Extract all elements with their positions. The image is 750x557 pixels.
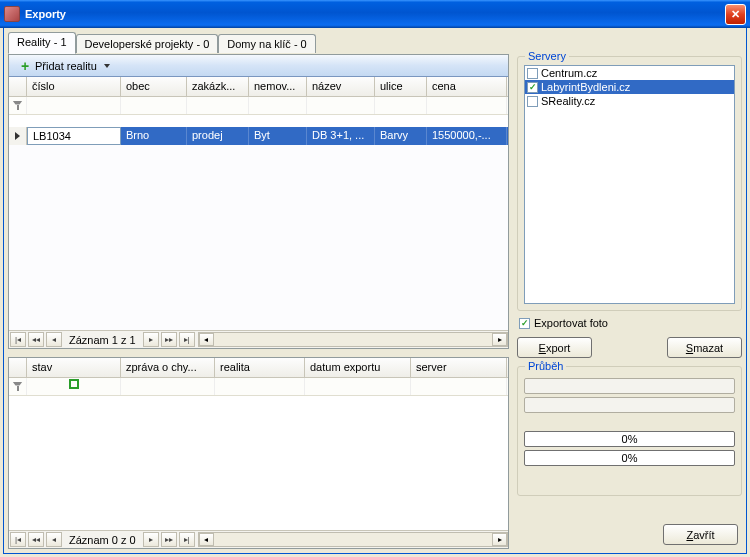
col-ulice[interactable]: ulice [375,77,427,96]
col-server[interactable]: server [411,358,507,377]
server-label: LabyrintBydleni.cz [541,81,630,93]
close-icon: ✕ [731,8,740,21]
plus-icon [19,60,31,72]
col-obec[interactable]: obec [121,77,187,96]
checkbox[interactable] [527,68,538,79]
col-stav[interactable]: stav [27,358,121,377]
tab-reality[interactable]: Reality - 1 [8,32,76,54]
action-buttons: Export Smazat [517,337,742,358]
nav-prevpage-button[interactable]: ◂◂ [28,332,44,347]
server-label: SReality.cz [541,95,595,107]
log-grid-body [9,396,508,530]
reality-grid: Přidat realitu číslo obec zakázk... nemo… [8,54,509,349]
nav-last-button[interactable]: ▸| [179,532,195,547]
checkbox-checked[interactable] [527,82,538,93]
left-panel: Přidat realitu číslo obec zakázk... nemo… [8,54,509,549]
cell-obec: Brno [121,127,187,145]
progress-bar-2 [524,397,735,413]
server-label: Centrum.cz [541,67,597,79]
nav-next-button[interactable]: ▸ [143,332,159,347]
progress-legend: Průběh [525,360,566,372]
server-item-centrum[interactable]: Centrum.cz [525,66,734,80]
nav-nextpage-button[interactable]: ▸▸ [161,532,177,547]
export-foto-label: Exportovat foto [534,317,608,329]
nav-position: Záznam 0 z 0 [63,534,142,546]
tab-developerske[interactable]: Developerské projekty - 0 [76,34,219,53]
filter-cell[interactable] [27,97,121,114]
horizontal-scrollbar[interactable]: ◂ ▸ [198,532,508,547]
log-grid-navigator: |◂ ◂◂ ◂ Záznam 0 z 0 ▸ ▸▸ ▸| ◂ ▸ [9,530,508,548]
checkbox[interactable] [527,96,538,107]
close-button[interactable]: ✕ [725,4,746,25]
cell-cena: 1550000,-... [427,127,507,145]
progress-bar-4: 0% [524,450,735,466]
nav-nextpage-button[interactable]: ▸▸ [161,332,177,347]
table-row[interactable]: LB1034 Brno prodej Byt DB 3+1, ... Barvy… [9,127,508,145]
progress-bar-3: 0% [524,431,735,447]
scroll-right-icon[interactable]: ▸ [492,333,507,346]
filter-row [9,97,508,115]
server-list[interactable]: Centrum.cz LabyrintBydleni.cz SReality.c… [524,65,735,304]
nav-first-button[interactable]: |◂ [10,532,26,547]
close-dialog-button[interactable]: Zavřít [663,524,738,545]
col-zprava[interactable]: zpráva o chy... [121,358,215,377]
nav-prev-button[interactable]: ◂ [46,532,62,547]
nav-next-button[interactable]: ▸ [143,532,159,547]
scroll-right-icon[interactable]: ▸ [492,533,507,546]
log-grid-header: stav zpráva o chy... realita datum expor… [9,358,508,378]
col-datum[interactable]: datum exportu [305,358,411,377]
col-nemov[interactable]: nemov... [249,77,307,96]
filter-icon[interactable] [13,101,23,111]
window-title: Exporty [25,8,66,20]
add-reality-button[interactable]: Přidat realitu [13,59,116,73]
checkbox-checked[interactable] [519,318,530,329]
progress-bar-1 [524,378,735,394]
title-bar: Exporty ✕ [0,0,750,28]
add-reality-label: Přidat realitu [35,60,97,72]
col-cislo[interactable]: číslo [27,77,121,96]
col-zakazka[interactable]: zakázk... [187,77,249,96]
status-icon [69,379,79,389]
log-filter-row [9,378,508,396]
scroll-left-icon[interactable]: ◂ [199,533,214,546]
delete-button[interactable]: Smazat [667,337,742,358]
tab-domy[interactable]: Domy na klíč - 0 [218,34,315,53]
scroll-left-icon[interactable]: ◂ [199,333,214,346]
row-indicator-icon [15,132,20,140]
server-item-labyrint[interactable]: LabyrintBydleni.cz [525,80,734,94]
horizontal-scrollbar[interactable]: ◂ ▸ [198,332,508,347]
cell-cislo[interactable]: LB1034 [27,127,121,145]
nav-prevpage-button[interactable]: ◂◂ [28,532,44,547]
nav-prev-button[interactable]: ◂ [46,332,62,347]
cell-nemov: Byt [249,127,307,145]
export-button[interactable]: Export [517,337,592,358]
cell-ulice: Barvy [375,127,427,145]
grid-header: číslo obec zakázk... nemov... název ulic… [9,77,508,97]
log-grid: stav zpráva o chy... realita datum expor… [8,357,509,549]
cell-zakazka: prodej [187,127,249,145]
servers-group: Servery Centrum.cz LabyrintBydleni.cz SR… [517,56,742,311]
progress-group: Průběh 0% 0% [517,366,742,496]
servers-legend: Servery [525,50,569,62]
export-foto-checkbox[interactable]: Exportovat foto [519,317,742,329]
server-item-sreality[interactable]: SReality.cz [525,94,734,108]
col-nazev[interactable]: název [307,77,375,96]
nav-position: Záznam 1 z 1 [63,334,142,346]
app-icon [4,6,20,22]
chevron-down-icon [104,64,110,68]
filter-icon[interactable] [13,382,23,392]
nav-last-button[interactable]: ▸| [179,332,195,347]
grid-toolbar: Přidat realitu [9,55,508,77]
grid-navigator: |◂ ◂◂ ◂ Záznam 1 z 1 ▸ ▸▸ ▸| ◂ ▸ [9,330,508,348]
footer: Zavřít [663,524,738,545]
cell-nazev: DB 3+1, ... [307,127,375,145]
col-cena[interactable]: cena [427,77,507,96]
col-realita[interactable]: realita [215,358,305,377]
nav-first-button[interactable]: |◂ [10,332,26,347]
client-area: Reality - 1 Developerské projekty - 0 Do… [3,28,747,554]
right-panel: Servery Centrum.cz LabyrintBydleni.cz SR… [517,34,742,549]
